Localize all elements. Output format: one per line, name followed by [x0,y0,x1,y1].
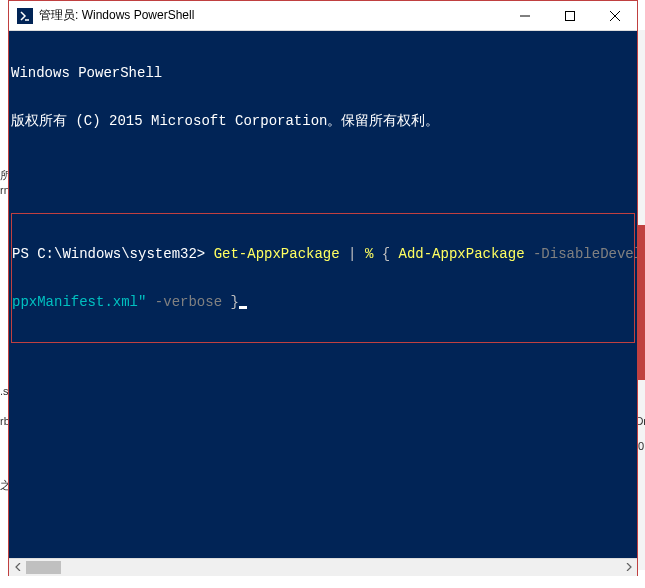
cmdlet-get: Get-AppxPackage [214,246,340,262]
minimize-button[interactable] [502,1,547,30]
terminal-blank [11,161,635,177]
scrollbar-track[interactable] [26,559,620,576]
terminal-header-line2: 版权所有 (C) 2015 Microsoft Corporation。保留所有… [11,113,635,129]
scroll-left-button[interactable] [9,559,26,576]
brace-close: } [230,294,238,310]
window-controls [502,1,637,30]
horizontal-scrollbar[interactable] [9,558,637,575]
scroll-right-button[interactable] [620,559,637,576]
powershell-window: 管理员: Windows PowerShell Windows PowerShe… [8,0,638,576]
pipe-char: | [348,246,356,262]
xml-string: ppxManifest.xml" [12,294,146,310]
background-red-strip [638,225,645,380]
terminal-header-line1: Windows PowerShell [11,65,635,81]
command-line-1: PS C:\Windows\system32> Get-AppxPackage … [12,246,634,262]
titlebar[interactable]: 管理员: Windows PowerShell [9,1,637,31]
terminal-area[interactable]: Windows PowerShell 版权所有 (C) 2015 Microso… [9,31,637,558]
cmdlet-add: Add-AppxPackage [399,246,525,262]
maximize-button[interactable] [547,1,592,30]
bg-text: 0 [638,440,644,452]
window-title: 管理员: Windows PowerShell [39,7,502,24]
brace-open: { [382,246,390,262]
scrollbar-thumb[interactable] [26,561,61,574]
command-line-2: ppxManifest.xml" -verbose } [12,294,634,310]
param-disable: -DisableDevelo [533,246,637,262]
param-verbose: -verbose [155,294,222,310]
prompt: PS C:\Windows\system32> [12,246,205,262]
powershell-icon [17,8,33,24]
svg-rect-1 [565,11,574,20]
close-button[interactable] [592,1,637,30]
cursor [239,306,247,309]
command-highlight-box: PS C:\Windows\system32> Get-AppxPackage … [11,213,635,343]
foreach-alias: % [365,246,373,262]
